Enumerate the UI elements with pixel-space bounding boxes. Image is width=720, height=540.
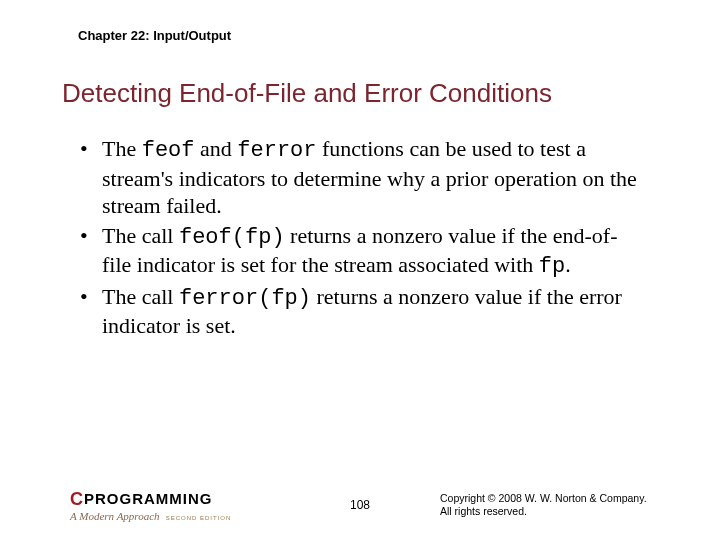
text: The: [102, 136, 142, 161]
slide-title: Detecting End-of-File and Error Conditio…: [62, 78, 552, 109]
copyright: Copyright © 2008 W. W. Norton & Company.…: [440, 492, 650, 518]
code: ferror: [237, 138, 316, 163]
copyright-line: Copyright © 2008 W. W. Norton & Company.: [440, 492, 650, 505]
chapter-label: Chapter 22: Input/Output: [78, 28, 231, 43]
logo-edition: SECOND EDITION: [166, 515, 232, 521]
code: feof(fp): [179, 225, 285, 250]
code: ferror(fp): [179, 286, 311, 311]
body-text: The feof and ferror functions can be use…: [78, 135, 638, 344]
text: The call: [102, 223, 179, 248]
bullet-item: The call feof(fp) returns a nonzero valu…: [78, 222, 638, 281]
copyright-line: All rights reserved.: [440, 505, 650, 518]
code: feof: [142, 138, 195, 163]
bullet-item: The call ferror(fp) returns a nonzero va…: [78, 283, 638, 342]
footer: CPROGRAMMING A Modern ApproachSECOND EDI…: [0, 482, 720, 522]
code: fp: [539, 254, 565, 279]
text: and: [195, 136, 238, 161]
text: .: [565, 252, 571, 277]
text: The call: [102, 284, 179, 309]
bullet-item: The feof and ferror functions can be use…: [78, 135, 638, 220]
